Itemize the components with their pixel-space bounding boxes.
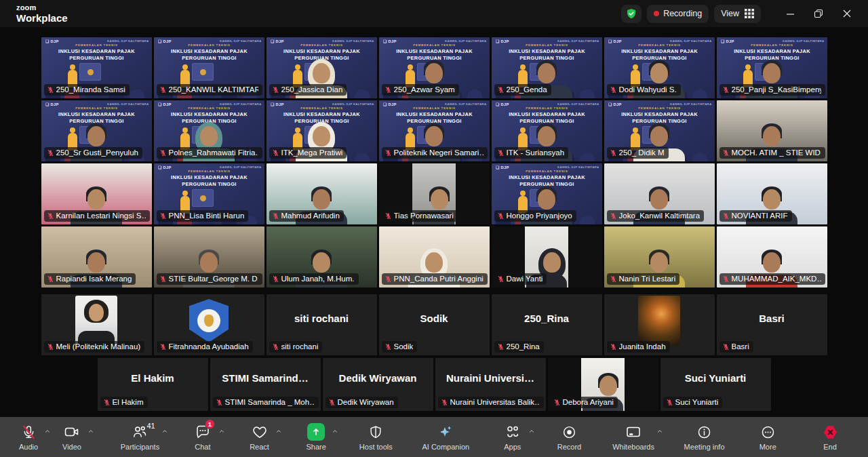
chevron-up-icon[interactable] bbox=[656, 428, 663, 435]
camera-icon bbox=[64, 424, 80, 441]
video-tile[interactable]: ❏ DJP KANWIL DJP KALTIMTARA PEMBEKALAN T… bbox=[717, 37, 827, 98]
toolbar-label: Audio bbox=[19, 443, 38, 451]
video-tile[interactable]: Ulum Janah, M.Hum. bbox=[267, 226, 377, 287]
video-tile[interactable]: Sodik Sodik bbox=[379, 294, 490, 355]
video-tile[interactable]: Nuraini Universi… Nuraini Universitas Ba… bbox=[435, 358, 546, 411]
video-button[interactable]: Video bbox=[50, 417, 94, 457]
video-tile[interactable]: ❏ DJP KANWIL DJP KALTIMTARA PEMBEKALAN T… bbox=[492, 100, 602, 161]
video-tile[interactable]: Dedik Wiryawan Dedik Wiryawan bbox=[323, 358, 433, 411]
video-tile[interactable]: PNN_Canda Putri Anggini bbox=[379, 226, 490, 287]
participant-name-label: Meli (Politeknik Malinau) bbox=[44, 341, 145, 353]
toolbar-label: AI Companion bbox=[422, 443, 469, 451]
video-tile[interactable]: ❏ DJP KANWIL DJP KALTIMTARA PEMBEKALAN T… bbox=[267, 100, 377, 161]
participant-big-name: Basri bbox=[717, 294, 827, 342]
video-tile[interactable]: ❏ DJP KANWIL DJP KALTIMTARA PEMBEKALAN T… bbox=[154, 37, 264, 98]
whiteboards-button[interactable]: Whiteboards bbox=[604, 417, 663, 457]
chevron-up-icon[interactable] bbox=[528, 428, 535, 435]
toolbar-label: Share bbox=[306, 443, 326, 451]
participant-name: 250_ Didik M bbox=[619, 148, 665, 157]
view-label: View bbox=[721, 9, 739, 18]
ai-companion-button[interactable]: AI Companion bbox=[414, 417, 477, 457]
video-tile[interactable]: STIMI Samarind… STIMI Samarinda _ Moh… bbox=[210, 358, 321, 411]
video-tile[interactable]: El Hakim El Hakim bbox=[98, 358, 208, 411]
video-tile[interactable]: Tias Pornawasari bbox=[379, 163, 490, 224]
video-tile[interactable]: ❏ DJP KANWIL DJP KALTIMTARA PEMBEKALAN T… bbox=[604, 100, 715, 161]
vbg-banner: PEMBEKALAN TEKNIS INKLUSI KESADARAN PAJA… bbox=[492, 43, 602, 61]
video-tile[interactable]: NOVIANTI ARIF bbox=[717, 163, 827, 224]
chevron-up-icon[interactable] bbox=[332, 428, 338, 435]
video-tile[interactable]: Mahmud Arifudin bbox=[267, 163, 377, 224]
video-tile[interactable]: Dawi Yanti bbox=[492, 226, 602, 287]
close-button[interactable] bbox=[833, 0, 861, 27]
participant-name-label: 250_Miranda Samsi bbox=[44, 84, 130, 96]
recording-indicator[interactable]: Recording bbox=[647, 5, 709, 23]
minimize-button[interactable] bbox=[776, 0, 804, 27]
participant-name-label: MUHAMMAD_AIK_MKD… bbox=[719, 273, 825, 285]
video-tile[interactable]: ❏ DJP KANWIL DJP KALTIMTARA PEMBEKALAN T… bbox=[604, 37, 715, 98]
participant-name: PNN_Lisa Binti Harun bbox=[169, 212, 245, 220]
mic-muted-icon bbox=[47, 275, 54, 283]
react-button[interactable]: React bbox=[238, 417, 281, 457]
video-tile[interactable]: ❏ DJP KANWIL DJP KALTIMTARA PEMBEKALAN T… bbox=[379, 37, 490, 98]
video-tile[interactable]: ❏ DJP KANWIL DJP KALTIMTARA PEMBEKALAN T… bbox=[154, 100, 264, 161]
avatar-container bbox=[604, 294, 715, 347]
security-shield-button[interactable] bbox=[621, 5, 642, 23]
video-grid-row: El Hakim El HakimSTIMI Samarind… STIMI S… bbox=[98, 358, 771, 411]
video-tile[interactable]: MUHAMMAD_AIK_MKD… bbox=[717, 226, 827, 287]
more-button[interactable]: More bbox=[746, 417, 789, 457]
video-tile[interactable]: Karnilan Lestari Ningsi S… bbox=[41, 163, 152, 224]
end-button[interactable]: End bbox=[808, 417, 852, 457]
participant-name-label: Ulum Janah, M.Hum. bbox=[269, 273, 359, 285]
toolbar-label: Record bbox=[557, 443, 581, 451]
participants-count: 41 bbox=[146, 422, 155, 430]
avatar-container bbox=[41, 294, 152, 347]
record-button[interactable]: Record bbox=[548, 417, 591, 457]
apps-button[interactable]: Apps bbox=[491, 417, 534, 457]
chevron-up-icon[interactable] bbox=[275, 428, 282, 435]
mic-muted-icon bbox=[384, 275, 392, 283]
video-tile[interactable]: siti rochani siti rochani bbox=[267, 294, 377, 355]
video-tile[interactable]: MOCH. ATIM _ STIE WID… bbox=[717, 100, 827, 161]
video-tile[interactable]: Joko_Kanwil Kaltimtara bbox=[604, 163, 715, 224]
host-tools-button[interactable]: Host tools bbox=[351, 417, 401, 457]
participant-name-label: 250_KANWIL KALTIMTARA bbox=[157, 84, 262, 96]
video-tile[interactable]: Debora Ariyani bbox=[548, 358, 658, 411]
video-tile[interactable]: ❏ DJP KANWIL DJP KALTIMTARA PEMBEKALAN T… bbox=[154, 163, 264, 224]
video-tile[interactable]: Basri Basri bbox=[717, 294, 827, 355]
toolbar-end-group: End bbox=[808, 417, 852, 457]
video-tile[interactable]: ❏ DJP KANWIL DJP KALTIMTARA PEMBEKALAN T… bbox=[41, 100, 152, 161]
logo-avatar bbox=[189, 299, 229, 342]
participant-name: Karnilan Lestari Ningsi S… bbox=[56, 212, 146, 220]
video-tile[interactable]: Nanin Tri Lestari bbox=[604, 226, 715, 287]
video-tile[interactable]: Juanita Indah bbox=[604, 294, 715, 355]
mic-muted-icon bbox=[47, 86, 54, 94]
share-green-box bbox=[307, 423, 325, 441]
mic-muted-icon bbox=[47, 343, 54, 351]
toolbar-label: More bbox=[760, 443, 776, 451]
chevron-up-icon[interactable] bbox=[218, 428, 225, 435]
restore-button[interactable] bbox=[804, 0, 833, 27]
participant-name-label: Dedik Wiryawan bbox=[326, 397, 398, 408]
audio-button[interactable]: Audio bbox=[7, 417, 50, 457]
video-tile[interactable]: Fitrahnanda Ayubadiah bbox=[154, 294, 264, 355]
video-tile[interactable]: STIE Bultar_George M. D… bbox=[154, 226, 264, 287]
chat-button[interactable]: 1Chat bbox=[181, 417, 224, 457]
video-tile[interactable]: Rapiandi Isak Merang bbox=[41, 226, 152, 287]
apps-icon bbox=[505, 424, 521, 441]
video-tile[interactable]: ❏ DJP KANWIL DJP KALTIMTARA PEMBEKALAN T… bbox=[379, 100, 490, 161]
participants-button[interactable]: 41Participants bbox=[113, 417, 167, 457]
video-tile[interactable]: ❏ DJP KANWIL DJP KALTIMTARA PEMBEKALAN T… bbox=[492, 37, 602, 98]
chevron-up-icon[interactable] bbox=[87, 428, 94, 435]
video-tile[interactable]: Suci Yuniarti Suci Yuniarti bbox=[660, 358, 771, 411]
video-tile[interactable]: 250_Rina 250_Rina bbox=[492, 294, 602, 355]
chevron-up-icon[interactable] bbox=[161, 428, 168, 435]
video-tile[interactable]: ❏ DJP KANWIL DJP KALTIMTARA PEMBEKALAN T… bbox=[492, 163, 602, 224]
participant-name: Dodi Wahyudi S. bbox=[619, 85, 677, 94]
view-button[interactable]: View bbox=[714, 5, 761, 23]
video-tile[interactable]: Meli (Politeknik Malinau) bbox=[41, 294, 152, 355]
meeting-info-button[interactable]: Meeting info bbox=[676, 417, 733, 457]
video-tile[interactable]: ❏ DJP KANWIL DJP KALTIMTARA PEMBEKALAN T… bbox=[267, 37, 377, 98]
mic-muted-icon bbox=[272, 275, 279, 283]
video-tile[interactable]: ❏ DJP KANWIL DJP KALTIMTARA PEMBEKALAN T… bbox=[41, 37, 152, 98]
share-button[interactable]: Share bbox=[294, 417, 338, 457]
